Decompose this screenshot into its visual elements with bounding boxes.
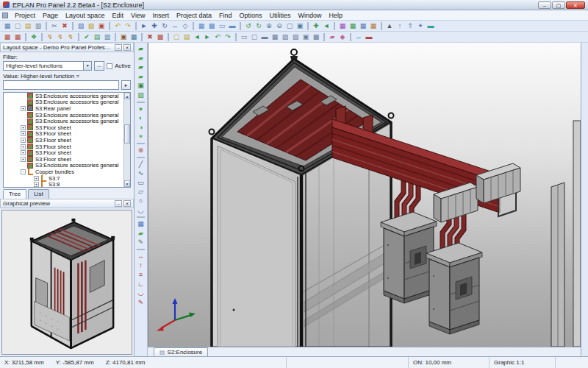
part-selection-icon[interactable]: ▣ xyxy=(118,32,129,42)
active-checkbox[interactable] xyxy=(107,63,112,69)
placement-icon[interactable]: ▦ xyxy=(129,32,139,42)
view-back-icon[interactable]: ▨ xyxy=(136,91,146,100)
tree-expander[interactable]: + xyxy=(21,138,26,143)
zoom-window-icon[interactable]: ▢ xyxy=(284,21,295,31)
turn-icon[interactable]: ● xyxy=(136,132,146,141)
tree-item[interactable]: + S3:Rear panel xyxy=(4,105,123,112)
scroll-up-icon[interactable]: ▲ xyxy=(124,93,130,99)
delete-icon[interactable]: ✖ xyxy=(60,21,70,31)
circle-icon[interactable]: ○ xyxy=(136,197,146,206)
filter-combobox[interactable]: Higher-level functions ▾ xyxy=(3,61,92,71)
rotate-view-icon[interactable]: ● xyxy=(136,105,146,114)
dim-angle-icon[interactable]: ∟ xyxy=(136,280,146,289)
insert-plate-icon[interactable]: ▧ xyxy=(280,32,290,42)
undo-icon[interactable]: ↶ xyxy=(112,21,123,31)
preview-3d-thumbnail[interactable] xyxy=(1,210,132,355)
menu-item[interactable]: Edit xyxy=(109,12,128,19)
properties-icon[interactable]: ▣ xyxy=(96,21,107,31)
menu-item[interactable]: Project xyxy=(11,12,39,19)
view-front-icon[interactable]: ▰ xyxy=(136,54,146,63)
menu-item[interactable]: Window xyxy=(295,12,326,19)
forward-icon[interactable]: ► xyxy=(202,32,212,42)
copper-icon[interactable]: ▰ xyxy=(327,32,337,42)
tree-item[interactable]: - Copper bundles xyxy=(4,169,123,175)
menu-item[interactable]: Utilities xyxy=(266,12,295,19)
copy-icon[interactable]: ▧ xyxy=(76,21,86,31)
tree-expander[interactable]: + xyxy=(21,150,26,155)
redo-icon[interactable]: ↷ xyxy=(123,21,133,31)
view-top-icon[interactable]: ▰ xyxy=(136,72,146,82)
tree-item[interactable]: + S3:Floor sheet xyxy=(4,149,123,156)
new-page-icon[interactable]: ▢ xyxy=(171,32,182,42)
previous-view-icon[interactable]: ◄ xyxy=(321,21,331,31)
panel-close-button[interactable]: ✕ xyxy=(123,200,131,207)
menu-item[interactable]: Help xyxy=(326,12,347,19)
menu-item[interactable]: Find xyxy=(215,12,236,19)
insert-duct-icon[interactable]: ▦ xyxy=(270,32,280,42)
tree-expander[interactable]: + xyxy=(21,106,26,111)
tree-item[interactable]: + S3:Floor sheet xyxy=(4,137,123,144)
tree-expander[interactable]: + xyxy=(21,144,26,149)
back-icon[interactable]: ◄ xyxy=(192,32,202,42)
render-off-icon[interactable]: ⊗ xyxy=(136,146,146,155)
tree-item[interactable]: S3:Enclosure accessories general xyxy=(4,118,123,124)
tree-scrollbar[interactable]: ▲ ▼ xyxy=(123,93,130,187)
panel-menu-button[interactable]: – xyxy=(115,44,122,51)
dim-linear-icon[interactable]: ↔ xyxy=(136,252,146,261)
connection-icon[interactable]: ↯ xyxy=(45,32,55,42)
stretch-icon[interactable]: ◇ xyxy=(180,21,190,31)
fill-icon[interactable]: ▰ xyxy=(136,229,146,238)
layer-icon[interactable]: ▬ xyxy=(426,21,436,31)
spin-icon[interactable]: ◑ xyxy=(136,123,146,132)
device-navigator-icon[interactable]: ▦ xyxy=(2,32,12,42)
insert-busbar-icon[interactable]: ▩ xyxy=(311,32,321,42)
rectangle-icon[interactable]: ▭ xyxy=(136,178,146,188)
polygon-icon[interactable]: ▱ xyxy=(136,187,146,197)
tree-item[interactable]: + S3:Floor sheet xyxy=(4,124,123,131)
open-page-icon[interactable]: ▤ xyxy=(182,32,192,42)
view-3d-icon[interactable]: ▰ xyxy=(136,44,146,54)
orbit-icon[interactable]: ◐ xyxy=(136,113,146,123)
dimension-icon[interactable]: ▬ xyxy=(364,32,374,42)
evaluation-icon[interactable]: ▤ xyxy=(92,32,102,42)
tree-item[interactable]: + S3:7 xyxy=(4,175,123,182)
chevron-down-icon[interactable]: ▾ xyxy=(83,61,92,71)
parts-list-icon[interactable]: ▦ xyxy=(337,21,348,31)
refresh-icon[interactable]: ↺ xyxy=(243,21,254,31)
viewport-3d-canvas[interactable] xyxy=(148,43,581,347)
tree-view-tab[interactable]: Tree xyxy=(3,189,26,199)
rotate-icon[interactable]: ↻ xyxy=(159,21,170,31)
pan-icon[interactable]: ✚ xyxy=(311,21,321,31)
grid-icon[interactable]: ▦ xyxy=(196,21,207,31)
new-icon[interactable]: ▢ xyxy=(12,21,23,31)
measure-icon[interactable]: ↔ xyxy=(354,32,364,42)
menu-item[interactable]: View xyxy=(127,12,148,19)
regenerate-icon[interactable]: ↻ xyxy=(254,21,264,31)
tree-item[interactable]: S3:Enclosure accessories general xyxy=(4,163,123,169)
tree-item[interactable]: S3:Enclosure accessories general xyxy=(4,93,123,99)
tree-item[interactable]: + S3:Floor sheet xyxy=(4,131,123,138)
layout-space-tab[interactable]: ▤ S2:Enclosure xyxy=(154,347,208,356)
restore-button[interactable]: ▢ xyxy=(552,1,565,9)
scrollbar-track[interactable] xyxy=(124,99,130,180)
tree-item[interactable]: + S3:Floor sheet xyxy=(4,144,123,150)
cut-icon[interactable]: ✂ xyxy=(49,21,60,31)
bom-icon[interactable]: ▦ xyxy=(348,21,358,31)
tree-expander[interactable]: + xyxy=(34,182,39,187)
signal-icon[interactable]: ↯ xyxy=(65,32,76,42)
delete-placement-icon[interactable]: ✖ xyxy=(145,32,155,42)
arc-icon[interactable]: ◡ xyxy=(136,206,146,216)
value-input-button[interactable]: ▸ xyxy=(121,80,131,90)
menu-item[interactable]: Layout space xyxy=(62,12,109,19)
page-navigator-icon[interactable]: ▦ xyxy=(2,21,12,31)
new-window-icon[interactable]: ▭ xyxy=(217,21,227,31)
jump-up-icon[interactable]: ⇑ xyxy=(405,21,415,31)
view-side-icon[interactable]: ▰ xyxy=(136,63,146,72)
panel-menu-button[interactable]: – xyxy=(115,200,122,207)
polyline-icon[interactable]: ∿ xyxy=(136,169,146,178)
value-input[interactable] xyxy=(3,80,119,90)
close-button[interactable]: ✕ xyxy=(566,1,585,9)
fullscreen-icon[interactable]: ▬ xyxy=(227,21,237,31)
export-icon[interactable]: ▥ xyxy=(102,32,112,42)
tree-expander[interactable]: + xyxy=(21,157,26,162)
